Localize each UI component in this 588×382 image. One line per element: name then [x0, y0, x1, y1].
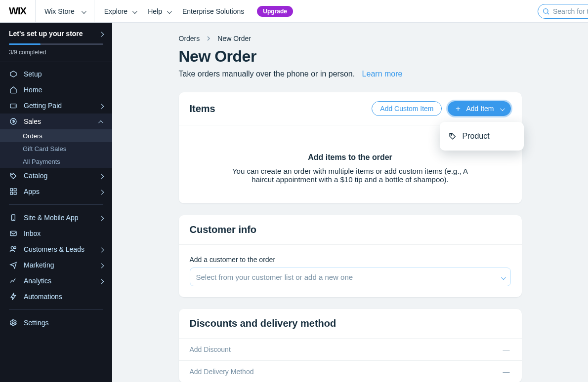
- customer-select[interactable]: Select from your customer list or add a …: [190, 267, 511, 286]
- global-search[interactable]: [538, 4, 588, 19]
- page-subtitle-text: Take orders manually over the phone or i…: [179, 70, 355, 78]
- add-discount-value: —: [503, 345, 511, 353]
- add-item-button[interactable]: ＋ Add Item: [448, 101, 510, 116]
- sidebar-item-catalog[interactable]: Catalog: [0, 168, 112, 184]
- catalog-icon: [9, 172, 18, 180]
- sidebar-item-getting-paid[interactable]: Getting Paid: [0, 98, 112, 114]
- sidebar-item-label: Customers & Leads: [24, 245, 84, 253]
- chevron-right-icon: [100, 245, 103, 253]
- site-selector[interactable]: Wix Store: [36, 0, 94, 23]
- analytics-icon: [9, 277, 18, 285]
- sidebar: Let's set up your store 3/9 completed Se…: [0, 23, 112, 382]
- items-empty-desc: You can create an order with multiple it…: [222, 167, 479, 184]
- add-delivery-label: Add Delivery Method: [190, 368, 254, 376]
- add-item-label: Add Item: [466, 105, 494, 113]
- sidebar-sub-label: All Payments: [23, 158, 60, 165]
- sidebar-item-marketing[interactable]: Marketing: [0, 257, 112, 273]
- svg-rect-11: [10, 231, 16, 235]
- sidebar-item-label: Automations: [24, 293, 62, 301]
- add-item-dropdown-product[interactable]: Product: [440, 127, 524, 146]
- chevron-down-icon: [165, 7, 170, 15]
- chevron-right-icon: [207, 36, 210, 41]
- top-menu-label: Enterprise Solutions: [182, 7, 244, 15]
- chevron-up-icon: [100, 117, 103, 125]
- inbox-icon: [9, 229, 18, 237]
- chevron-right-icon: [100, 261, 103, 269]
- customers-icon: [9, 245, 18, 253]
- svg-point-0: [544, 8, 548, 13]
- sidebar-item-sales[interactable]: Sales: [0, 114, 112, 129]
- svg-rect-5: [10, 189, 13, 191]
- svg-point-14: [12, 322, 14, 324]
- customer-select-label: Add a customer to the order: [190, 256, 511, 264]
- sidebar-sub-gift-card-sales[interactable]: Gift Card Sales: [0, 142, 112, 155]
- gear-icon: [9, 319, 18, 327]
- chevron-down-icon: [80, 7, 85, 15]
- plus-icon: ＋: [454, 105, 462, 113]
- sidebar-item-settings[interactable]: Settings: [0, 315, 112, 331]
- sidebar-item-home[interactable]: Home: [0, 82, 112, 98]
- discounts-card-title: Discounts and delivery method: [190, 318, 336, 329]
- svg-point-13: [14, 247, 16, 249]
- sidebar-item-site-mobile[interactable]: Site & Mobile App: [0, 210, 112, 226]
- sidebar-item-label: Marketing: [24, 261, 54, 269]
- breadcrumb-orders[interactable]: Orders: [179, 35, 200, 42]
- sidebar-item-label: Analytics: [24, 277, 51, 285]
- setup-progress-text: 3/9 completed: [9, 49, 103, 56]
- sidebar-item-label: Apps: [24, 188, 40, 195]
- add-delivery-value: —: [503, 368, 511, 376]
- upgrade-button[interactable]: Upgrade: [257, 6, 293, 17]
- setup-progress: [9, 43, 103, 45]
- items-card: Items Add Custom Item ＋ Add Item Product: [179, 92, 522, 203]
- sidebar-item-label: Getting Paid: [24, 102, 62, 110]
- sidebar-item-apps[interactable]: Apps: [0, 184, 112, 199]
- top-menu-enterprise[interactable]: Enterprise Solutions: [177, 0, 249, 23]
- add-custom-item-button[interactable]: Add Custom Item: [372, 101, 442, 116]
- sales-icon: [9, 117, 18, 125]
- automations-icon: [9, 293, 18, 301]
- chevron-right-icon: [100, 214, 103, 222]
- page-title: New Order: [179, 47, 522, 66]
- top-menu-explore[interactable]: Explore: [99, 0, 141, 23]
- sidebar-item-label: Home: [24, 86, 42, 94]
- add-delivery-row[interactable]: Add Delivery Method —: [179, 360, 522, 382]
- svg-line-1: [547, 13, 549, 14]
- svg-point-4: [11, 174, 12, 175]
- svg-rect-7: [10, 192, 13, 194]
- customer-select-placeholder: Select from your customer list or add a …: [196, 273, 353, 281]
- sidebar-item-customers[interactable]: Customers & Leads: [0, 241, 112, 257]
- chevron-down-icon: [130, 7, 136, 15]
- sidebar-item-automations[interactable]: Automations: [0, 289, 112, 305]
- chevron-right-icon: [100, 102, 103, 110]
- top-menu-label: Help: [148, 7, 162, 15]
- chevron-down-icon: [498, 105, 504, 113]
- sidebar-item-inbox[interactable]: Inbox: [0, 226, 112, 241]
- sidebar-item-setup[interactable]: Setup: [0, 66, 112, 82]
- sidebar-sub-all-payments[interactable]: All Payments: [0, 155, 112, 168]
- customer-card-title: Customer info: [190, 224, 257, 235]
- items-empty-title: Add items to the order: [199, 153, 502, 162]
- search-input[interactable]: [553, 7, 588, 15]
- mobile-icon: [9, 214, 18, 222]
- sidebar-sub-orders[interactable]: Orders: [0, 129, 112, 142]
- sidebar-item-analytics[interactable]: Analytics: [0, 273, 112, 289]
- sidebar-item-label: Settings: [24, 319, 49, 327]
- customer-card: Customer info Add a customer to the orde…: [179, 215, 522, 297]
- svg-point-15: [451, 134, 452, 135]
- items-card-title: Items: [190, 103, 215, 115]
- chevron-down-icon: [499, 273, 504, 281]
- sidebar-sub-label: Orders: [23, 132, 42, 140]
- sidebar-separator: [9, 309, 103, 310]
- main-content: Orders New Order New Order Take orders m…: [112, 23, 588, 382]
- breadcrumb-current: New Order: [217, 35, 251, 42]
- sidebar-item-label: Sales: [24, 117, 41, 125]
- home-icon: [9, 86, 18, 94]
- sidebar-item-label: Site & Mobile App: [24, 214, 79, 222]
- learn-more-link[interactable]: Learn more: [362, 70, 403, 78]
- svg-rect-8: [14, 192, 16, 194]
- wix-logo[interactable]: WIX: [0, 0, 36, 23]
- top-menu-help[interactable]: Help: [143, 0, 175, 23]
- setup-card[interactable]: Let's set up your store 3/9 completed: [0, 23, 112, 62]
- add-discount-row[interactable]: Add Discount —: [179, 339, 522, 360]
- top-bar: WIX Wix Store Explore Help Enterprise So…: [0, 0, 588, 23]
